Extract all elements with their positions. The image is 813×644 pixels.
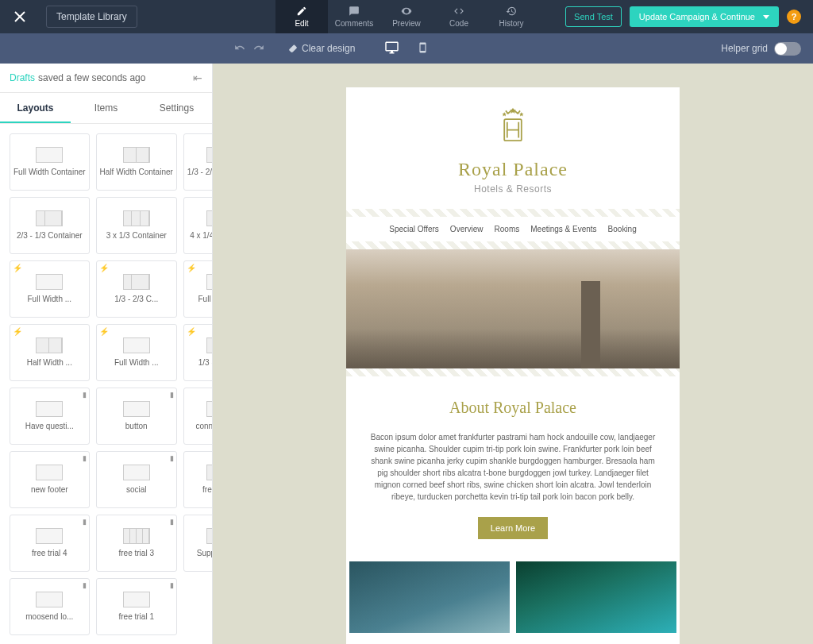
layout-card[interactable]: ⚡Full Width ... [10,260,90,318]
tab-code[interactable]: Code [433,0,485,33]
layout-card[interactable]: ▮social [96,451,177,508]
undo-button[interactable] [234,42,245,56]
layout-card[interactable]: ▮Have questi... [10,388,90,445]
update-campaign-button[interactable]: Update Campaign & Continue [630,6,779,27]
close-button[interactable] [0,0,40,33]
about-heading: About Royal Palace [365,399,661,417]
layout-thumbnail [123,274,150,290]
send-test-button[interactable]: Send Test [565,6,622,27]
layout-thumbnail [123,401,150,417]
helper-grid-toggle[interactable] [774,42,801,56]
drafts-label: Drafts [10,72,35,83]
email-nav-link[interactable]: Meetings & Events [530,225,596,233]
layout-label: 1/3 - 2/3 Container [187,168,212,177]
email-nav-link[interactable]: Booking [608,225,637,233]
mobile-icon [418,40,429,55]
layout-card[interactable]: ▮Support Ce... [183,515,212,572]
template-library-button[interactable]: Template Library [46,6,137,28]
email-nav: Special OffersOverviewRoomsMeetings & Ev… [346,217,680,241]
brand-name: Royal Palace [354,159,672,180]
layout-card[interactable]: ▮free trial 1 [96,578,177,635]
editor-mode-tabs: Edit Comments Preview Code History [275,0,538,33]
layout-thumbnail [206,274,212,290]
layout-card[interactable]: ▮free trial 4 [10,515,90,572]
layout-thumbnail [36,592,63,607]
email-nav-link[interactable]: Overview [450,225,484,233]
layout-card[interactable]: ⚡Half Width ... [10,324,90,381]
email-nav-link[interactable]: Special Offers [389,225,439,233]
layout-card[interactable]: ▮new footer [10,451,90,508]
layout-label: connect soc... [187,422,212,431]
layout-thumbnail [36,528,63,544]
card-image [516,561,676,633]
redo-button[interactable] [253,42,264,56]
layout-thumbnail [123,465,150,480]
tab-layouts[interactable]: Layouts [0,93,71,123]
layout-card[interactable]: ▮button [96,388,177,445]
layout-card[interactable]: 1/3 - 2/3 Container [183,133,212,191]
layout-card[interactable]: ▮free trial 3 [96,515,177,572]
tab-comments[interactable]: Comments [328,0,380,33]
layout-label: social [100,485,173,495]
layout-card[interactable]: 4 x 1/4 Container [183,197,212,254]
layout-label: button [100,422,173,431]
tab-history[interactable]: History [485,0,538,33]
layout-thumbnail [36,147,63,163]
lightning-icon: ⚡ [13,327,22,336]
collapse-sidebar-button[interactable]: ⇤ [193,71,202,84]
helper-grid-label: Helper grid [721,43,768,54]
layout-thumbnail [123,592,150,607]
layout-thumbnail [36,401,63,417]
layout-card[interactable]: ▮connect soc... [183,388,212,445]
hero-image [346,249,680,368]
left-sidebar: Drafts saved a few seconds ago ⇤ Layouts… [0,64,213,644]
layout-thumbnail [36,465,63,480]
about-body: Bacon ipsum dolor amet frankfurter pastr… [365,431,661,503]
layout-card[interactable]: ⚡Full Width ... [96,324,177,381]
layout-thumbnail [123,337,150,353]
redo-icon [253,42,264,53]
stripe-divider [346,241,680,249]
layout-thumbnail [206,147,212,163]
layout-card[interactable]: Full Width Container [10,133,90,191]
layout-card[interactable]: Half Width Container [96,133,177,191]
layouts-grid: Full Width ContainerHalf Width Container… [0,124,212,644]
tab-items[interactable]: Items [71,93,141,123]
layout-card[interactable]: 3 x 1/3 Container [96,197,177,254]
layout-card[interactable]: ⚡Full Width ... [183,260,212,318]
layout-thumbnail [123,210,150,226]
layout-card[interactable]: ▮free trial 2 [183,451,212,508]
svg-marker-4 [519,112,523,116]
image-cards-row [346,561,680,644]
layout-label: Half Width ... [13,358,86,368]
layout-thumbnail [206,401,212,417]
layout-label: free trial 1 [100,612,173,622]
tab-edit[interactable]: Edit [275,0,328,33]
layout-label: Half Width Container [100,168,173,177]
tab-settings[interactable]: Settings [141,93,212,123]
layout-card[interactable]: ⚡1/3 - 2/3 C... [96,260,177,318]
layout-card[interactable]: ▮moosend lo... [10,578,90,635]
history-icon [506,6,517,17]
lightning-icon: ⚡ [99,327,109,336]
layout-card[interactable]: ⚡1/3 - 2/3 R... [183,324,212,381]
tab-preview[interactable]: Preview [380,0,433,33]
saved-icon: ▮ [170,454,174,462]
drafts-status-row: Drafts saved a few seconds ago ⇤ [0,64,212,93]
clear-design-button[interactable]: Clear design [288,43,355,54]
email-nav-link[interactable]: Rooms [495,225,520,233]
learn-more-button[interactable]: Learn More [478,517,548,539]
layout-card[interactable]: 2/3 - 1/3 Container [10,197,90,254]
mobile-preview-button[interactable] [414,37,432,60]
saved-icon: ▮ [170,581,174,589]
toolbar-right: Send Test Update Campaign & Continue ? [565,6,813,27]
layout-label: Have questi... [13,422,86,431]
desktop-preview-button[interactable] [382,37,403,60]
svg-marker-3 [503,112,507,116]
layout-label: Full Width ... [13,295,86,304]
card-image [349,561,510,633]
saved-icon: ▮ [170,518,174,526]
help-icon[interactable]: ? [787,10,801,24]
email-canvas[interactable]: Royal Palace Hotels & Resorts Special Of… [213,64,813,644]
pencil-icon [296,6,307,17]
